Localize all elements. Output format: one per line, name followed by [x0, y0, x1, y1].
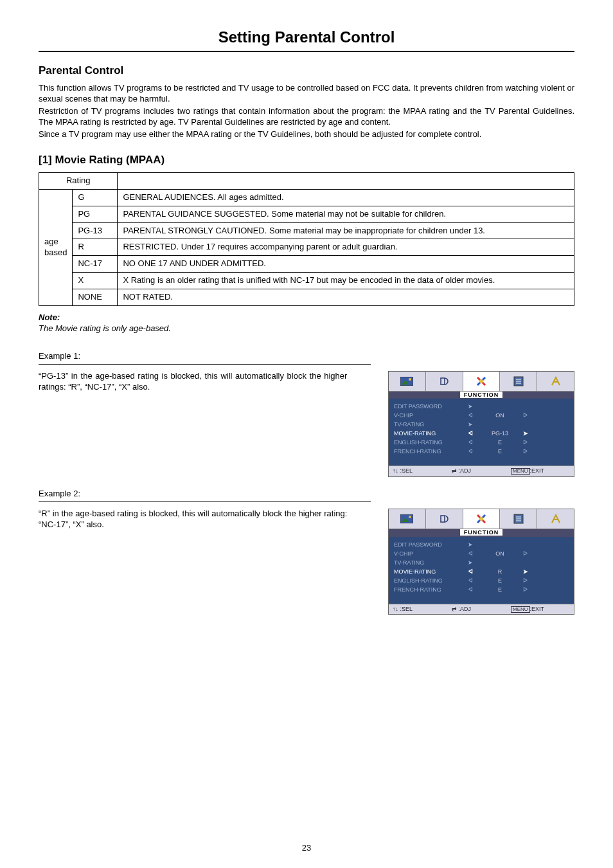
audio-tab-icon: [426, 509, 463, 529]
list-tab-icon: [500, 372, 537, 391]
osd-item-movierating: MOVIE-RATING: [394, 568, 458, 576]
rating-code: PG-13: [73, 222, 118, 239]
rating-desc: PARENTAL GUIDANCE SUGGESTED. Some materi…: [118, 206, 574, 222]
osd-tabbar: [389, 509, 574, 529]
antenna-tab-icon: [537, 509, 574, 529]
page-title: Setting Parental Control: [39, 27, 574, 51]
osd-body: EDIT PASSWORD➤ V-CHIPᐊONᐅ TV-RATING➤ MOV…: [389, 399, 574, 466]
osd-body: EDIT PASSWORD➤ V-CHIPᐊONᐅ TV-RATING➤ MOV…: [389, 537, 574, 604]
osd-footer: ↑↓ :SEL ⇄ :ADJ MENU:EXIT: [389, 604, 574, 615]
table-row: NONE NOT RATED.: [39, 289, 574, 306]
movie-rating-heading: [1] Movie Rating (MPAA): [39, 153, 574, 167]
osd-item-tvrating: TV-RATING: [394, 559, 458, 567]
osd-panel-2: FUNCTION EDIT PASSWORD➤ V-CHIPᐊONᐅ TV-RA…: [388, 509, 574, 615]
example1-rule: [39, 364, 371, 365]
function-tab-icon: [463, 372, 501, 391]
rating-code: PG: [73, 206, 118, 222]
example2-body: “R” in the age-based rating is blocked, …: [39, 509, 360, 530]
osd-foot-menu: MENU:EXIT: [511, 467, 570, 475]
rating-desc: X Rating is an older rating that is unif…: [118, 273, 574, 289]
osd-movie-value: R: [484, 568, 516, 576]
title-rule: [39, 51, 574, 52]
example2-rule: [39, 502, 371, 502]
osd-panel-1: FUNCTION EDIT PASSWORD➤ V-CHIPᐊONᐅ TV-RA…: [388, 371, 574, 477]
function-tab-icon: [463, 509, 501, 529]
example2-heading: Example 2:: [39, 489, 574, 500]
osd-foot-sel: ↑↓ :SEL: [393, 467, 452, 475]
rating-desc: RESTRICTED. Under 17 requires accompanyi…: [118, 239, 574, 256]
osd-item-french: FRENCH-RATING: [394, 448, 458, 456]
osd-item-edit-password: EDIT PASSWORD: [394, 403, 458, 411]
rating-desc: NO ONE 17 AND UNDER ADMITTED.: [118, 256, 574, 273]
note-block: Note: The Movie rating is only age-based…: [39, 312, 574, 334]
rating-header-cell: Rating: [39, 172, 118, 189]
osd-footer: ↑↓ :SEL ⇄ :ADJ MENU:EXIT: [389, 466, 574, 476]
osd-foot-sel: ↑↓ :SEL: [393, 606, 452, 613]
rating-header-empty: [118, 172, 574, 189]
rating-desc: NOT RATED.: [118, 289, 574, 306]
osd-item-tvrating: TV-RATING: [394, 421, 458, 429]
intro-p3: Since a TV program may use either the MP…: [39, 129, 574, 140]
osd-item-vchip: V-CHIP: [394, 550, 458, 558]
function-label: FUNCTION: [389, 529, 574, 537]
page-number: 23: [0, 843, 613, 854]
list-tab-icon: [500, 509, 537, 529]
rating-code: X: [73, 273, 118, 289]
rating-code: NONE: [73, 289, 118, 306]
osd-item-french: FRENCH-RATING: [394, 586, 458, 594]
rating-desc: GENERAL AUDIENCES. All ages admitted.: [118, 189, 574, 206]
svg-point-12: [409, 516, 411, 518]
note-heading: Note:: [39, 312, 574, 323]
audio-tab-icon: [426, 372, 463, 391]
table-row: X X Rating is an older rating that is un…: [39, 273, 574, 289]
picture-tab-icon: [389, 509, 426, 529]
note-body: The Movie rating is only age-based.: [39, 323, 574, 334]
parental-control-heading: Parental Control: [39, 64, 574, 78]
table-row: PG-13 PARENTAL STRONGLY CAUTIONED. Some …: [39, 222, 574, 239]
osd-foot-menu: MENU:EXIT: [511, 606, 570, 613]
osd-item-english: ENGLISH-RATING: [394, 577, 458, 585]
rating-code: NC-17: [73, 256, 118, 273]
osd-foot-adj: ⇄ :ADJ: [452, 606, 511, 613]
age-based-cell: age based: [39, 189, 73, 305]
example1-heading: Example 1:: [39, 351, 574, 362]
rating-table: Rating age based G GENERAL AUDIENCES. Al…: [39, 172, 574, 306]
svg-point-2: [409, 378, 411, 381]
function-label: FUNCTION: [389, 392, 574, 399]
table-row: R RESTRICTED. Under 17 requires accompan…: [39, 239, 574, 256]
example1-body: “PG-13” in the age-based rating is block…: [39, 371, 360, 393]
svg-point-5: [479, 379, 483, 383]
intro-p2: Restriction of TV programs includes two …: [39, 106, 574, 128]
osd-item-vchip: V-CHIP: [394, 412, 458, 420]
rating-desc: PARENTAL STRONGLY CAUTIONED. Some materi…: [118, 222, 574, 239]
intro-text: This function allows TV programs to be r…: [39, 83, 574, 140]
rating-code: R: [73, 239, 118, 256]
osd-foot-adj: ⇄ :ADJ: [452, 467, 511, 475]
osd-item-english: ENGLISH-RATING: [394, 439, 458, 447]
intro-p1: This function allows TV programs to be r…: [39, 83, 574, 105]
osd-item-movierating: MOVIE-RATING: [394, 430, 458, 438]
table-row: PG PARENTAL GUIDANCE SUGGESTED. Some mat…: [39, 206, 574, 222]
table-row: age based G GENERAL AUDIENCES. All ages …: [39, 189, 574, 206]
osd-movie-value: PG-13: [484, 430, 516, 438]
osd-tabbar: [389, 372, 574, 392]
table-row: NC-17 NO ONE 17 AND UNDER ADMITTED.: [39, 256, 574, 273]
rating-code: G: [73, 189, 118, 206]
osd-item-edit-password: EDIT PASSWORD: [394, 541, 458, 549]
antenna-tab-icon: [537, 372, 574, 391]
svg-point-15: [479, 517, 483, 521]
picture-tab-icon: [389, 372, 426, 391]
